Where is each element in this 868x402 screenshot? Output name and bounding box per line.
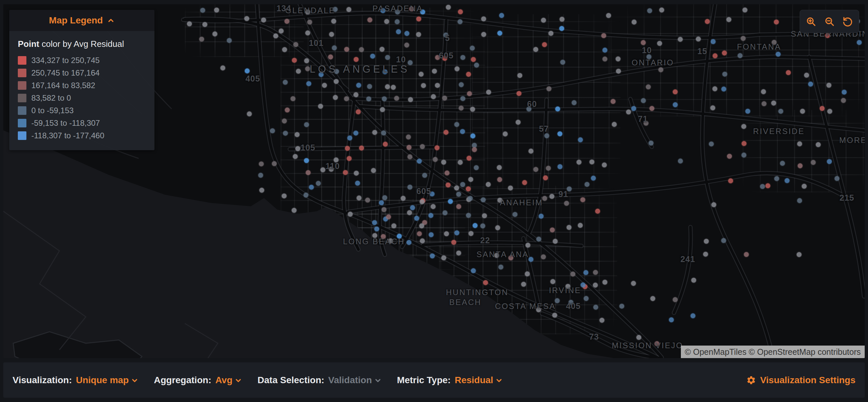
map-data-point <box>466 186 471 191</box>
map-data-point <box>458 20 463 24</box>
visualization-picker[interactable]: Unique map <box>76 375 138 385</box>
map-data-point <box>503 132 508 137</box>
map-data-point <box>551 279 555 284</box>
visualization-settings-button[interactable]: Visualization Settings <box>746 375 856 385</box>
map-data-point <box>433 157 438 162</box>
map-data-point <box>354 171 359 176</box>
map-data-point <box>508 185 513 190</box>
data-selection-picker[interactable]: Validation <box>329 375 382 385</box>
map-data-point <box>379 47 384 52</box>
map-data-point <box>282 119 287 123</box>
map-data-point <box>857 40 862 45</box>
legend-range-label: 83,582 to 0 <box>31 93 71 103</box>
map-data-point <box>396 29 401 34</box>
map-data-point <box>273 34 278 39</box>
map-data-point <box>460 96 465 101</box>
map-data-point <box>452 240 457 245</box>
metric-type-picker[interactable]: Residual <box>455 375 503 385</box>
map-data-point <box>516 120 521 125</box>
map-data-point <box>392 223 396 228</box>
map-data-point <box>245 69 250 73</box>
map-data-point <box>571 100 577 105</box>
map-data-point <box>293 154 298 159</box>
map-data-point <box>404 42 409 48</box>
map-data-point <box>578 137 583 142</box>
road-number-label: 22 <box>480 236 490 245</box>
road-number-label: 110 <box>326 161 340 171</box>
map-data-point <box>774 20 779 24</box>
legend-range-label: 167,164 to 83,582 <box>31 81 95 90</box>
chevron-down-icon <box>234 377 242 384</box>
map-data-point <box>259 188 265 193</box>
map-data-point <box>331 19 336 24</box>
map-data-point <box>379 200 384 205</box>
map-data-point <box>353 92 359 97</box>
map-data-point <box>778 109 783 114</box>
aggregation-picker[interactable]: Avg <box>215 375 242 385</box>
map-data-point <box>631 281 636 286</box>
map-data-point <box>467 156 472 161</box>
map-data-point <box>657 41 662 46</box>
map-attribution[interactable]: © OpenMapTiles © OpenStreetMap contribut… <box>681 346 865 358</box>
map-data-point <box>213 32 217 37</box>
map-data-point <box>285 107 290 113</box>
map-data-point <box>771 101 776 105</box>
map-data-point <box>721 87 726 92</box>
map-data-point <box>593 283 598 288</box>
map-data-point <box>279 29 284 34</box>
map-data-point <box>353 131 359 136</box>
map-data-point <box>525 243 530 248</box>
legend-range-label: -118,307 to -177,460 <box>31 131 104 140</box>
map-data-point <box>726 17 732 22</box>
map-data-point <box>816 142 821 147</box>
map-data-point <box>546 166 551 171</box>
map-data-point <box>421 83 426 88</box>
map-data-point <box>187 22 192 26</box>
map-data-point <box>431 94 436 99</box>
visualization-settings-label: Visualization Settings <box>760 375 856 385</box>
visualization-toolbar: Visualization:Unique mapAggregation:AvgD… <box>3 362 865 398</box>
legend-swatch <box>18 94 26 102</box>
map-data-point <box>483 280 488 285</box>
map-data-point <box>497 165 502 170</box>
map-data-point <box>578 223 583 228</box>
map-data-point <box>560 17 565 22</box>
map-data-point <box>553 239 558 244</box>
map-data-point <box>200 8 205 13</box>
map-data-point <box>721 238 726 243</box>
map-data-point <box>495 225 500 230</box>
road-number-label: 5 <box>445 33 450 43</box>
legend-swatch <box>18 69 26 77</box>
zoom-out-button[interactable] <box>823 15 836 28</box>
map-data-point <box>295 132 300 137</box>
map-data-point <box>332 45 337 51</box>
map-data-point <box>486 182 491 187</box>
map-data-point <box>673 298 678 302</box>
map-data-point <box>603 280 608 285</box>
map-data-point <box>589 159 594 164</box>
reset-button[interactable] <box>841 15 855 28</box>
map-data-point <box>455 230 459 235</box>
map-data-point <box>272 161 277 166</box>
map-data-point <box>199 37 204 41</box>
map-data-point <box>690 314 695 318</box>
map-data-point <box>304 193 309 198</box>
map-data-point <box>296 146 300 151</box>
legend-range-label: 0 to -59,153 <box>31 106 73 115</box>
road-number-label: 60 <box>527 99 537 109</box>
map-data-point <box>522 180 527 185</box>
map-data-point <box>544 133 549 138</box>
map-data-point <box>466 72 471 77</box>
zoom-in-button[interactable] <box>804 15 817 28</box>
map-data-point <box>444 231 449 236</box>
map-data-point <box>744 252 749 257</box>
map-data-point <box>431 204 436 209</box>
map-data-point <box>631 106 636 111</box>
map-data-point <box>282 193 287 198</box>
map-legend-header[interactable]: Map Legend <box>9 10 154 31</box>
map-data-point <box>761 89 766 94</box>
map-data-point <box>258 173 264 178</box>
city-label: LONG BEACH <box>343 237 405 246</box>
map-data-point <box>394 96 399 101</box>
map-data-point <box>419 72 424 77</box>
